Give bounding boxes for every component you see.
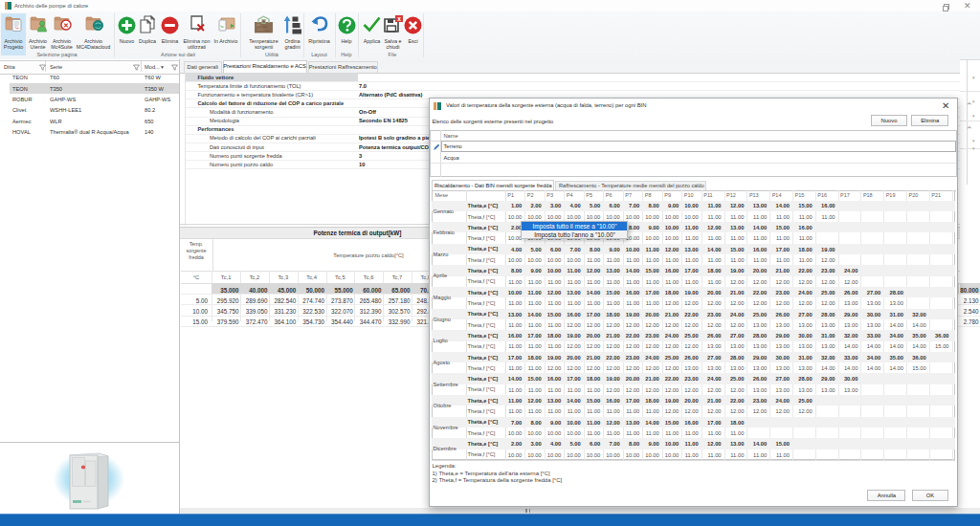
svg-text:✕: ✕ <box>63 22 69 29</box>
svg-text:x: x <box>397 15 401 22</box>
